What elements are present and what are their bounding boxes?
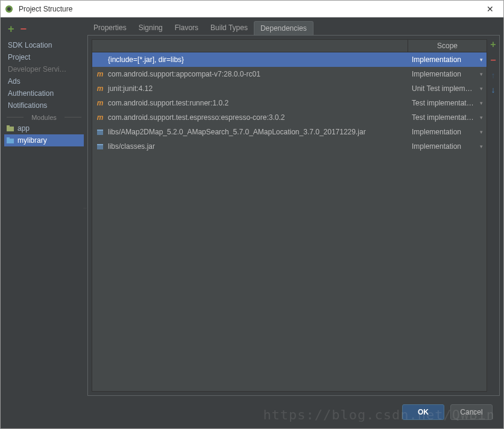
maven-icon: m: [96, 70, 104, 78]
svg-point-1: [7, 7, 11, 11]
table-row[interactable]: mjunit:junit:4.12Unit Test implem…▾: [92, 81, 487, 96]
jar-icon: [96, 128, 104, 136]
table-row[interactable]: libs/AMap2DMap_5.2.0_AMapSearch_5.7.0_AM…: [92, 125, 487, 139]
scope-value: Test implementat…: [412, 113, 474, 122]
sidebar-add-button[interactable]: +: [8, 23, 14, 34]
module-label: mylibrary: [17, 136, 47, 145]
sidebar-remove-button[interactable]: −: [20, 23, 27, 34]
sidebar: + − SDK LocationProjectDeveloper Servi…A…: [4, 21, 84, 396]
scope-cell[interactable]: Implementation▾: [408, 128, 487, 136]
dropdown-caret-icon: ▾: [480, 57, 483, 63]
tab[interactable]: Build Types: [204, 21, 254, 35]
app-icon: [4, 4, 14, 14]
module-item[interactable]: mylibrary: [4, 134, 84, 146]
scope-cell[interactable]: Implementation▾: [408, 55, 487, 64]
tab[interactable]: Signing: [133, 21, 169, 35]
sidebar-item[interactable]: Ads: [4, 75, 84, 87]
scope-value: Implementation: [412, 55, 461, 64]
move-down-button[interactable]: ↓: [491, 85, 496, 95]
table-row[interactable]: libs/classes.jarImplementation▾: [92, 139, 487, 154]
table-row[interactable]: {include=[*.jar], dir=libs}Implementatio…: [92, 52, 487, 67]
maven-icon: m: [96, 113, 104, 122]
table-row[interactable]: mcom.android.support.test:runner:1.0.2Te…: [92, 96, 487, 110]
dependency-name: {include=[*.jar], dir=libs}: [108, 55, 184, 64]
ok-button[interactable]: OK: [402, 404, 444, 420]
scope-value: Unit Test implem…: [412, 84, 472, 93]
window-title: Project Structure: [19, 5, 480, 13]
dialog-body: + − SDK LocationProjectDeveloper Servi…A…: [1, 17, 503, 428]
scope-value: Test implementat…: [412, 99, 474, 107]
sidebar-item[interactable]: SDK Location: [4, 39, 84, 51]
dropdown-caret-icon: ▾: [480, 100, 483, 106]
maven-icon: m: [96, 84, 104, 93]
tab[interactable]: Flavors: [169, 21, 204, 35]
svg-rect-7: [97, 130, 103, 131]
column-header-name[interactable]: [92, 40, 408, 52]
tab[interactable]: Properties: [87, 21, 133, 35]
svg-rect-5: [7, 137, 10, 139]
sidebar-item[interactable]: Project: [4, 51, 84, 63]
dependencies-panel: Scope {include=[*.jar], dir=libs}Impleme…: [87, 35, 500, 396]
jar-icon: [96, 143, 104, 150]
dependency-name: libs/AMap2DMap_5.2.0_AMapSearch_5.7.0_AM…: [108, 128, 366, 136]
sidebar-item[interactable]: Authentication: [4, 87, 84, 99]
dropdown-caret-icon: ▾: [480, 71, 483, 77]
scope-value: Implementation: [412, 142, 461, 151]
dependency-name: libs/classes.jar: [108, 142, 155, 151]
titlebar: Project Structure ✕: [1, 1, 503, 17]
svg-rect-2: [7, 127, 14, 131]
modules-separator: Modules: [4, 111, 84, 122]
scope-cell[interactable]: Test implementat…▾: [408, 113, 487, 122]
dropdown-caret-icon: ▾: [480, 114, 483, 121]
dependency-name: com.android.support.test:runner:1.0.2: [108, 99, 228, 107]
add-dependency-button[interactable]: +: [490, 39, 496, 50]
dropdown-caret-icon: ▾: [480, 143, 483, 149]
table-side-actions: + − ↑ ↓: [487, 36, 499, 395]
dependency-name: com.android.support.test.espresso:espres…: [108, 113, 285, 122]
svg-rect-4: [7, 139, 14, 143]
table-row[interactable]: mcom.android.support:appcompat-v7:28.0.0…: [92, 67, 487, 81]
sidebar-item[interactable]: Notifications: [4, 99, 84, 111]
table-row[interactable]: mcom.android.support.test.espresso:espre…: [92, 110, 487, 125]
dialog-footer: OK Cancel: [1, 396, 503, 428]
module-icon: [7, 137, 15, 143]
module-icon: [7, 125, 15, 131]
dependency-name: com.android.support:appcompat-v7:28.0.0-…: [108, 70, 260, 78]
tab[interactable]: Dependencies: [254, 21, 313, 35]
tab-bar: PropertiesSigningFlavorsBuild TypesDepen…: [87, 21, 500, 35]
cancel-button[interactable]: Cancel: [450, 404, 493, 420]
scope-cell[interactable]: Implementation▾: [408, 70, 487, 78]
scope-cell[interactable]: Unit Test implem…▾: [408, 84, 487, 93]
scope-value: Implementation: [412, 128, 461, 136]
dependency-name: junit:junit:4.12: [108, 84, 153, 93]
move-up-button[interactable]: ↑: [491, 70, 496, 80]
column-header-scope[interactable]: Scope: [408, 40, 487, 52]
scope-cell[interactable]: Test implementat…▾: [408, 99, 487, 107]
content-area: PropertiesSigningFlavorsBuild TypesDepen…: [87, 21, 500, 396]
maven-icon: m: [96, 99, 104, 107]
dropdown-caret-icon: ▾: [480, 86, 483, 92]
svg-rect-3: [7, 125, 10, 127]
dependencies-table: Scope {include=[*.jar], dir=libs}Impleme…: [92, 39, 487, 392]
module-item[interactable]: app: [4, 122, 84, 134]
dropdown-caret-icon: ▾: [480, 129, 483, 135]
sidebar-item[interactable]: Developer Servi…: [4, 63, 84, 75]
scope-value: Implementation: [412, 70, 461, 78]
modules-label: Modules: [31, 114, 57, 121]
remove-dependency-button[interactable]: −: [490, 55, 496, 66]
dialog-window: Project Structure ✕ + − SDK LocationProj…: [0, 0, 504, 429]
scope-cell[interactable]: Implementation▾: [408, 142, 487, 151]
close-button[interactable]: ✕: [480, 2, 500, 16]
svg-rect-9: [97, 144, 103, 145]
module-label: app: [17, 124, 30, 133]
